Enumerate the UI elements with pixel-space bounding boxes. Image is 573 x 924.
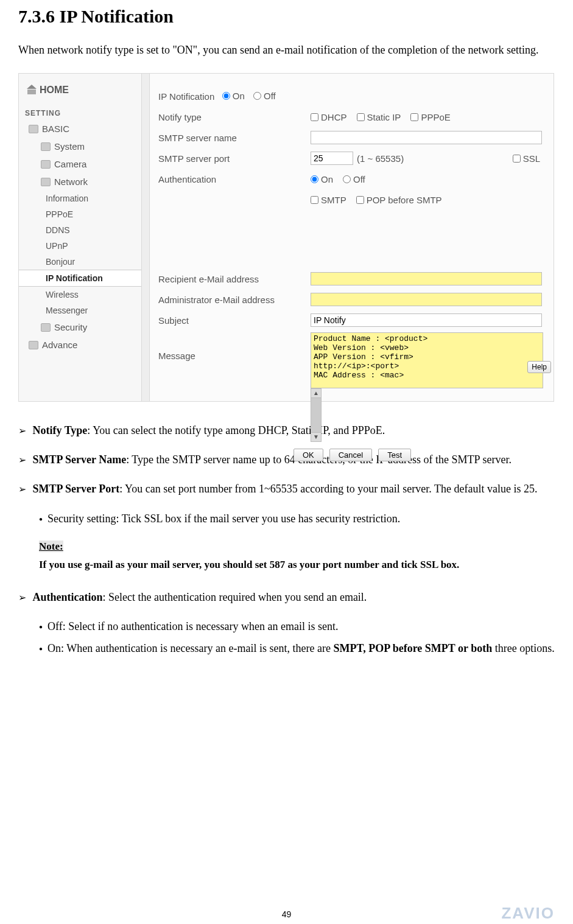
sidebar-basic[interactable]: BASIC (19, 120, 141, 138)
intro-paragraph: When network notify type is set to "ON",… (18, 39, 555, 61)
sidebar-home[interactable]: HOME (19, 76, 141, 107)
text: On: When authentication is necessary an … (47, 642, 334, 654)
brand-watermark: ZAVIO (501, 904, 555, 923)
smtp-server-port-label: SMTP server port (158, 153, 311, 164)
auth-off[interactable]: Off (343, 174, 365, 184)
smtp-server-port-input[interactable] (311, 152, 353, 165)
sidebar-item-label: System (54, 141, 85, 152)
ip-notification-on[interactable]: On (222, 91, 245, 101)
sidebar-network[interactable]: Network (19, 173, 141, 191)
text: : Select the authentication required whe… (103, 591, 367, 603)
folder-icon (41, 160, 51, 169)
bold: Notify Type (33, 424, 88, 436)
auth-smtp[interactable]: SMTP (311, 195, 346, 205)
notify-type-staticip[interactable]: Static IP (357, 112, 401, 122)
sidebar-bonjour[interactable]: Bonjour (19, 254, 141, 270)
checkbox-label: SSL (523, 153, 540, 164)
checkbox-label: POP before SMTP (367, 195, 442, 205)
bullet-auth-on: On: When authentication is necessary an … (18, 638, 555, 659)
smtp-server-name-label: SMTP server name (158, 133, 311, 143)
sidebar-ip-notification[interactable]: IP Notification (19, 270, 141, 287)
radio-off-label: Off (353, 174, 365, 184)
checkbox[interactable] (410, 113, 418, 121)
text: three options. (492, 642, 554, 654)
admin-email-label: Administrator e-Mail address (158, 295, 311, 305)
note-body: If you use g-mail as your mail server, y… (39, 559, 459, 570)
note-label: Note: (39, 541, 63, 552)
notify-type-pppoe[interactable]: PPPoE (410, 112, 450, 122)
sidebar-item-label: Security (54, 322, 87, 332)
folder-icon (41, 178, 51, 186)
radio-off[interactable] (343, 175, 351, 183)
folder-icon (29, 125, 38, 133)
checkbox[interactable] (356, 196, 364, 204)
bold: SMTP Server Name (33, 453, 127, 466)
smtp-server-name-input[interactable] (311, 131, 542, 144)
message-scrollbar[interactable]: ▲ ▼ (311, 388, 322, 442)
bold: SMPT, POP before SMPT or both (334, 642, 493, 654)
home-icon (27, 86, 36, 94)
sidebar-messenger[interactable]: Messenger (19, 303, 141, 318)
notify-type-label: Notify type (158, 112, 311, 122)
sidebar-camera[interactable]: Camera (19, 155, 141, 173)
ssl-checkbox[interactable]: SSL (513, 153, 540, 164)
sidebar-wireless[interactable]: Wireless (19, 287, 141, 303)
scroll-down-icon[interactable]: ▼ (311, 433, 321, 441)
checkbox[interactable] (513, 155, 521, 163)
bullet-authentication: Authentication: Select the authenticatio… (18, 587, 555, 607)
admin-email-input[interactable] (311, 293, 542, 306)
sidebar: HOME SETTING BASIC System Camera Network… (19, 74, 142, 401)
note-box: Note: If you use g-mail as your mail ser… (18, 537, 555, 575)
sidebar-upnp[interactable]: UPnP (19, 238, 141, 254)
settings-form: IP Notification On Off Notify type DHCP (150, 74, 554, 401)
scroll-thumb[interactable] (311, 397, 321, 433)
folder-icon (41, 142, 51, 151)
sidebar-system[interactable]: System (19, 138, 141, 155)
sidebar-home-label: HOME (40, 85, 69, 96)
notify-type-dhcp[interactable]: DHCP (311, 112, 347, 122)
checkbox-label: SMTP (321, 195, 346, 205)
sidebar-advance[interactable]: Advance (19, 336, 141, 354)
sidebar-security[interactable]: Security (19, 318, 141, 336)
radio-on[interactable] (311, 175, 318, 183)
test-button[interactable]: Test (378, 449, 411, 461)
message-label: Message (158, 332, 311, 361)
sidebar-information[interactable]: Information (19, 191, 141, 206)
button-bar: OK Cancel Test (158, 444, 546, 461)
help-button[interactable]: Help (527, 361, 551, 373)
smtp-port-range: (1 ~ 65535) (357, 153, 404, 164)
text: : You can set port number from 1~65535 a… (119, 483, 537, 495)
sidebar-scrollbar[interactable] (142, 74, 150, 401)
recipient-email-input[interactable] (311, 272, 542, 285)
radio-on[interactable] (222, 92, 230, 100)
scroll-up-icon[interactable]: ▲ (311, 389, 321, 397)
cancel-button[interactable]: Cancel (329, 449, 372, 461)
checkbox[interactable] (311, 196, 318, 204)
ip-notification-off[interactable]: Off (253, 91, 276, 101)
sidebar-ddns[interactable]: DDNS (19, 222, 141, 238)
section-heading: 7.3.6 IP Notification (18, 6, 555, 27)
settings-screenshot: HOME SETTING BASIC System Camera Network… (18, 73, 554, 402)
checkbox-label: PPPoE (421, 112, 450, 122)
checkbox[interactable] (311, 113, 318, 121)
sidebar-pppoe[interactable]: PPPoE (19, 206, 141, 222)
sidebar-item-label: Camera (54, 159, 86, 169)
radio-on-label: On (233, 91, 245, 101)
folder-icon (41, 323, 51, 332)
bullet-security-setting: Security setting: Tick SSL box if the ma… (18, 508, 555, 529)
auth-on[interactable]: On (311, 174, 333, 184)
bullet-auth-off: Off: Select if no authentication is nece… (18, 616, 555, 637)
bold: Authentication (33, 591, 103, 603)
ok-button[interactable]: OK (294, 449, 323, 461)
checkbox[interactable] (357, 113, 365, 121)
ip-notification-label: IP Notification (158, 91, 214, 102)
radio-off[interactable] (253, 92, 261, 100)
sidebar-setting-header: SETTING (19, 107, 141, 120)
bullet-smtp-port: SMTP Server Port: You can set port numbe… (18, 478, 555, 499)
page-number: 49 (282, 909, 292, 919)
auth-pop-before-smtp[interactable]: POP before SMTP (356, 195, 442, 205)
bold: SMTP Server Port (33, 483, 120, 495)
checkbox-label: DHCP (321, 112, 347, 122)
subject-input[interactable] (311, 313, 542, 327)
message-textarea[interactable] (311, 332, 543, 388)
